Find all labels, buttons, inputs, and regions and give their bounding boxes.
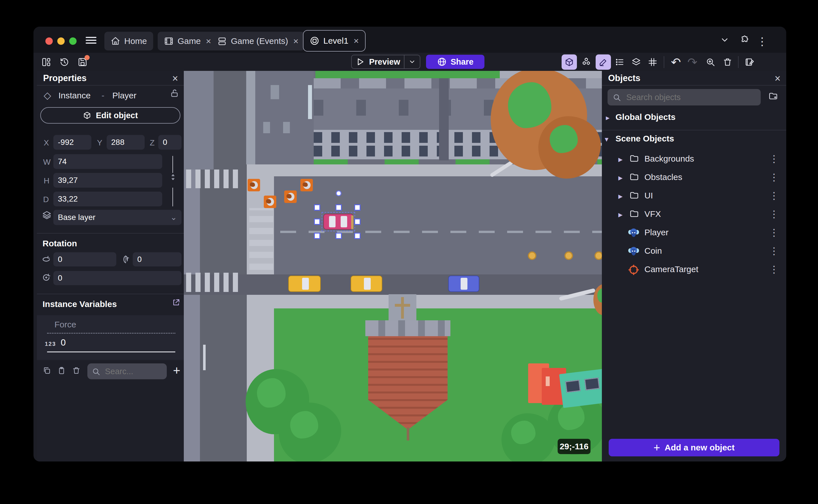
scene-canvas[interactable]: 29;-116 <box>184 71 602 461</box>
tab-game[interactable]: Game × <box>158 32 217 50</box>
width-input[interactable] <box>53 154 162 169</box>
browser-menu-kebab-icon[interactable]: ⋮ <box>757 35 768 48</box>
zoom-in-icon[interactable] <box>703 54 718 70</box>
object-row-player[interactable]: Player ⋮ <box>602 224 786 242</box>
trash-icon[interactable] <box>72 366 81 376</box>
3d-view-toggle-icon[interactable] <box>562 54 577 70</box>
delete-trash-icon[interactable] <box>720 54 735 70</box>
coin[interactable] <box>565 251 573 260</box>
selection-handle[interactable] <box>354 233 360 239</box>
row-menu-kebab-icon[interactable]: ⋮ <box>769 190 779 201</box>
external-link-icon[interactable] <box>172 298 180 308</box>
paste-icon[interactable] <box>57 366 66 376</box>
z-input[interactable] <box>158 135 181 150</box>
depth-input[interactable] <box>53 192 162 206</box>
coin[interactable] <box>595 251 602 260</box>
zoom-window-button[interactable] <box>69 37 77 45</box>
crate-obstacle[interactable] <box>264 196 276 208</box>
tab-home[interactable]: Home <box>104 32 153 50</box>
global-objects-caret[interactable]: ▸ <box>606 113 610 122</box>
close-tab-icon[interactable]: × <box>353 36 359 46</box>
rotation-x-input[interactable] <box>53 252 116 266</box>
row-menu-kebab-icon[interactable]: ⋮ <box>769 153 779 164</box>
y-input[interactable] <box>107 135 145 150</box>
undo-icon[interactable]: ↶ <box>668 54 684 70</box>
selection-handle[interactable] <box>335 204 342 211</box>
objects-stack-icon[interactable] <box>579 54 594 70</box>
tab-level1[interactable]: Level1 × <box>303 30 365 52</box>
folder-row-vfx[interactable]: ▸ VFX ⋮ <box>602 206 786 224</box>
close-properties-icon[interactable]: × <box>172 73 178 84</box>
variables-search[interactable] <box>87 363 167 379</box>
tree[interactable] <box>502 413 555 461</box>
global-objects-header[interactable]: Global Objects <box>616 112 676 122</box>
selection-handle[interactable] <box>354 204 360 211</box>
save-icon[interactable] <box>75 54 90 70</box>
selection-handle[interactable] <box>314 219 320 225</box>
selection-handle[interactable] <box>354 219 360 225</box>
copy-icon[interactable] <box>43 366 51 376</box>
add-variable-plus-icon[interactable]: + <box>173 363 180 378</box>
row-menu-kebab-icon[interactable]: ⋮ <box>769 264 779 275</box>
variable-value[interactable]: 0 <box>61 337 66 348</box>
player-car-selected[interactable] <box>323 214 353 230</box>
layout-panels-icon[interactable] <box>39 54 54 70</box>
tree[interactable] <box>279 403 341 461</box>
folder-row-obstacles[interactable]: ▸ Obstacles ⋮ <box>602 169 786 187</box>
add-folder-icon[interactable] <box>768 91 778 102</box>
crate-obstacle[interactable] <box>284 190 297 203</box>
row-menu-kebab-icon[interactable]: ⋮ <box>769 227 779 238</box>
close-window-button[interactable] <box>45 37 53 45</box>
tab-game-events[interactable]: Game (Events) × <box>211 32 304 50</box>
selection-handle[interactable] <box>335 233 342 239</box>
scene-objects-caret[interactable]: ▾ <box>605 135 608 144</box>
expand-caret[interactable]: ▸ <box>618 209 623 219</box>
variable-name[interactable]: Force <box>54 320 76 329</box>
history-icon[interactable] <box>57 54 72 70</box>
close-tab-icon[interactable]: × <box>293 36 299 46</box>
folder-row-backgrounds[interactable]: ▸ Backgrounds ⋮ <box>602 150 786 168</box>
rotation-handle[interactable] <box>336 190 341 196</box>
coin[interactable] <box>528 251 536 260</box>
selection-handle[interactable] <box>314 233 320 239</box>
events-editor-icon[interactable] <box>742 54 757 70</box>
yellow-car[interactable] <box>288 276 321 292</box>
objects-search[interactable] <box>608 89 761 105</box>
object-row-cameratarget[interactable]: CameraTarget ⋮ <box>602 261 786 279</box>
crate-obstacle[interactable] <box>300 179 313 191</box>
minimize-window-button[interactable] <box>57 37 65 45</box>
link-proportions-icon[interactable] <box>169 172 177 183</box>
row-menu-kebab-icon[interactable]: ⋮ <box>769 208 779 220</box>
close-tab-icon[interactable]: × <box>206 36 211 46</box>
expand-caret[interactable]: ▸ <box>618 173 623 183</box>
scene-objects-header[interactable]: Scene Objects <box>616 134 674 143</box>
preview-button[interactable]: Preview <box>351 55 421 69</box>
row-menu-kebab-icon[interactable]: ⋮ <box>769 245 779 257</box>
row-menu-kebab-icon[interactable]: ⋮ <box>769 171 779 183</box>
expand-caret[interactable]: ▸ <box>618 154 623 164</box>
chevron-down-icon[interactable] <box>720 35 730 46</box>
close-objects-icon[interactable]: × <box>775 73 781 84</box>
layer-select[interactable]: Base layer ⌄ <box>53 210 181 225</box>
yellow-car[interactable] <box>350 276 382 292</box>
main-menu-icon[interactable] <box>85 35 97 45</box>
share-button[interactable]: Share <box>426 55 485 69</box>
height-input[interactable] <box>53 173 162 188</box>
grid-icon[interactable] <box>645 54 660 70</box>
selection-handle[interactable] <box>314 204 320 211</box>
folder-row-ui[interactable]: ▸ UI ⋮ <box>602 187 786 205</box>
edit-object-button[interactable]: Edit object <box>40 107 180 124</box>
object-row-coin[interactable]: Coin ⋮ <box>602 242 786 261</box>
crate-obstacle[interactable] <box>248 179 260 191</box>
lock-open-icon[interactable] <box>170 88 179 99</box>
layers-icon[interactable] <box>629 54 644 70</box>
objects-search-input[interactable] <box>626 91 756 103</box>
variables-search-input[interactable] <box>105 365 162 378</box>
instances-list-icon[interactable] <box>612 54 627 70</box>
expand-caret[interactable]: ▸ <box>618 191 623 201</box>
rotation-z-input[interactable] <box>53 271 181 285</box>
x-input[interactable] <box>53 135 91 150</box>
preview-options-chevron[interactable] <box>404 55 420 68</box>
add-new-object-button[interactable]: + Add a new object <box>609 439 779 456</box>
blue-car[interactable] <box>448 276 479 292</box>
